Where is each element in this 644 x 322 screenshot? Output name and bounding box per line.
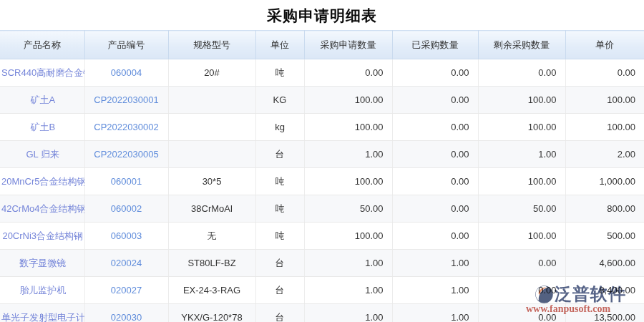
- cell-spec: [169, 141, 255, 167]
- cell-unit_price: 100.00: [566, 114, 644, 140]
- cell-qty_remaining: 100.00: [479, 87, 565, 113]
- cell-qty_purchased: 0.00: [393, 168, 478, 195]
- header-cell-qty-remaining: 剩余采购数量: [478, 31, 565, 59]
- cell-spec: 38CrMoAl: [169, 195, 255, 222]
- table-row[interactable]: GL 归来CP2022030005台1.000.001.002.00: [0, 141, 644, 168]
- cell-spec: 无: [169, 223, 255, 249]
- cell-unit_price: 800.00: [566, 195, 644, 222]
- cell-unit_price: 1,000.00: [566, 168, 644, 195]
- table-row[interactable]: 数字显微镜020024ST80LF-BZ台1.001.000.004,600.0…: [0, 250, 644, 277]
- purchase-request-detail-table: 产品名称 产品编号 规格型号 单位 采购申请数量 已采购数量 剩余采购数量 单价…: [0, 30, 644, 322]
- header-cell-spec-model: 规格型号: [168, 31, 255, 59]
- table-row[interactable]: 单光子发射型电子计算机020030YKX/G-120*78台1.001.000.…: [0, 304, 644, 322]
- page-title: 采购申请明细表: [0, 0, 644, 30]
- header-cell-unit: 单位: [255, 31, 304, 59]
- cell-name[interactable]: 20CrNi3合金结构钢: [0, 223, 84, 249]
- cell-unit: kg: [256, 114, 304, 140]
- cell-unit: 台: [256, 277, 304, 303]
- cell-qty_remaining: 0.00: [479, 277, 565, 303]
- cell-unit_price: 4,600.00: [566, 250, 644, 276]
- cell-spec: ST80LF-BZ: [169, 250, 255, 276]
- cell-qty_remaining: 1.00: [479, 141, 565, 167]
- cell-qty_purchased: 0.00: [393, 87, 478, 113]
- cell-qty_requested: 1.00: [305, 141, 392, 167]
- cell-unit_price: 500.00: [566, 223, 644, 249]
- cell-name[interactable]: 42CrMo4合金结构钢: [0, 195, 84, 222]
- cell-spec: 20#: [169, 59, 255, 86]
- cell-qty_remaining: 50.00: [479, 195, 565, 222]
- cell-qty_remaining: 100.00: [479, 223, 565, 249]
- cell-unit_price: 13,500.00: [566, 304, 644, 322]
- cell-unit_price: 0.00: [566, 59, 644, 86]
- cell-code[interactable]: 020027: [85, 277, 168, 303]
- cell-name[interactable]: 胎儿监护机: [0, 277, 84, 303]
- cell-qty_remaining: 0.00: [479, 250, 565, 276]
- header-cell-product-code: 产品编号: [84, 31, 168, 59]
- cell-unit_price: 100.00: [566, 87, 644, 113]
- cell-unit: KG: [256, 87, 304, 113]
- table-header-row: 产品名称 产品编号 规格型号 单位 采购申请数量 已采购数量 剩余采购数量 单价: [0, 31, 644, 59]
- header-cell-qty-purchased: 已采购数量: [392, 31, 478, 59]
- cell-qty_purchased: 1.00: [393, 304, 478, 322]
- cell-unit_price: 8,400.00: [566, 277, 644, 303]
- cell-unit: 吨: [256, 195, 304, 222]
- cell-spec: EX-24-3-RAG: [169, 277, 255, 303]
- cell-spec: 30*5: [169, 168, 255, 195]
- cell-qty_requested: 100.00: [305, 114, 392, 140]
- cell-code[interactable]: 060001: [85, 168, 168, 195]
- cell-unit: 台: [256, 250, 304, 276]
- cell-qty_requested: 100.00: [305, 223, 392, 249]
- cell-name[interactable]: 20MnCr5合金结构钢: [0, 168, 84, 195]
- cell-code[interactable]: CP2022030002: [85, 114, 168, 140]
- cell-name[interactable]: 矿土B: [0, 114, 84, 140]
- cell-qty_requested: 1.00: [305, 250, 392, 276]
- cell-unit_price: 2.00: [566, 141, 644, 167]
- cell-code[interactable]: CP2022030005: [85, 141, 168, 167]
- cell-qty_remaining: 0.00: [479, 59, 565, 86]
- cell-qty_purchased: 0.00: [393, 195, 478, 222]
- cell-spec: YKX/G-120*78: [169, 304, 255, 322]
- cell-spec: [169, 114, 255, 140]
- cell-unit: 吨: [256, 223, 304, 249]
- cell-unit: 吨: [256, 59, 304, 86]
- cell-qty_purchased: 0.00: [393, 223, 478, 249]
- cell-code[interactable]: 020030: [85, 304, 168, 322]
- cell-code[interactable]: 020024: [85, 250, 168, 276]
- cell-qty_remaining: 100.00: [479, 114, 565, 140]
- table-row[interactable]: 矿土ACP2022030001KG100.000.00100.00100.00: [0, 87, 644, 114]
- cell-qty_purchased: 0.00: [393, 141, 478, 167]
- cell-code[interactable]: 060002: [85, 195, 168, 222]
- cell-unit: 台: [256, 304, 304, 322]
- cell-qty_requested: 50.00: [305, 195, 392, 222]
- cell-spec: [169, 87, 255, 113]
- cell-qty_remaining: 100.00: [479, 168, 565, 195]
- cell-name[interactable]: SCR440高耐磨合金钢: [0, 59, 84, 86]
- table-row[interactable]: 20CrNi3合金结构钢060003无吨100.000.00100.00500.…: [0, 223, 644, 250]
- table-row[interactable]: 胎儿监护机020027EX-24-3-RAG台1.001.000.008,400…: [0, 277, 644, 304]
- cell-qty_purchased: 1.00: [393, 250, 478, 276]
- cell-qty_requested: 100.00: [305, 168, 392, 195]
- cell-code[interactable]: 060004: [85, 59, 168, 86]
- cell-unit: 台: [256, 141, 304, 167]
- cell-name[interactable]: GL 归来: [0, 141, 84, 167]
- table-row[interactable]: 20MnCr5合金结构钢06000130*5吨100.000.00100.001…: [0, 168, 644, 195]
- cell-name[interactable]: 数字显微镜: [0, 250, 84, 276]
- cell-name[interactable]: 矿土A: [0, 87, 84, 113]
- table-row[interactable]: SCR440高耐磨合金钢06000420#吨0.000.000.000.00: [0, 59, 644, 87]
- cell-qty_requested: 0.00: [305, 59, 392, 86]
- cell-qty_purchased: 0.00: [393, 59, 478, 86]
- cell-qty_remaining: 0.00: [479, 304, 565, 322]
- cell-qty_requested: 1.00: [305, 277, 392, 303]
- header-cell-unit-price: 单价: [565, 31, 644, 59]
- table-body: SCR440高耐磨合金钢06000420#吨0.000.000.000.00矿土…: [0, 59, 644, 322]
- table-row[interactable]: 42CrMo4合金结构钢06000238CrMoAl吨50.000.0050.0…: [0, 195, 644, 223]
- table-row[interactable]: 矿土BCP2022030002kg100.000.00100.00100.00: [0, 114, 644, 141]
- cell-qty_requested: 100.00: [305, 87, 392, 113]
- header-cell-qty-requested: 采购申请数量: [304, 31, 392, 59]
- cell-code[interactable]: CP2022030001: [85, 87, 168, 113]
- header-cell-product-name: 产品名称: [0, 31, 84, 59]
- cell-code[interactable]: 060003: [85, 223, 168, 249]
- cell-qty_requested: 1.00: [305, 304, 392, 322]
- cell-name[interactable]: 单光子发射型电子计算机: [0, 304, 84, 322]
- cell-qty_purchased: 1.00: [393, 277, 478, 303]
